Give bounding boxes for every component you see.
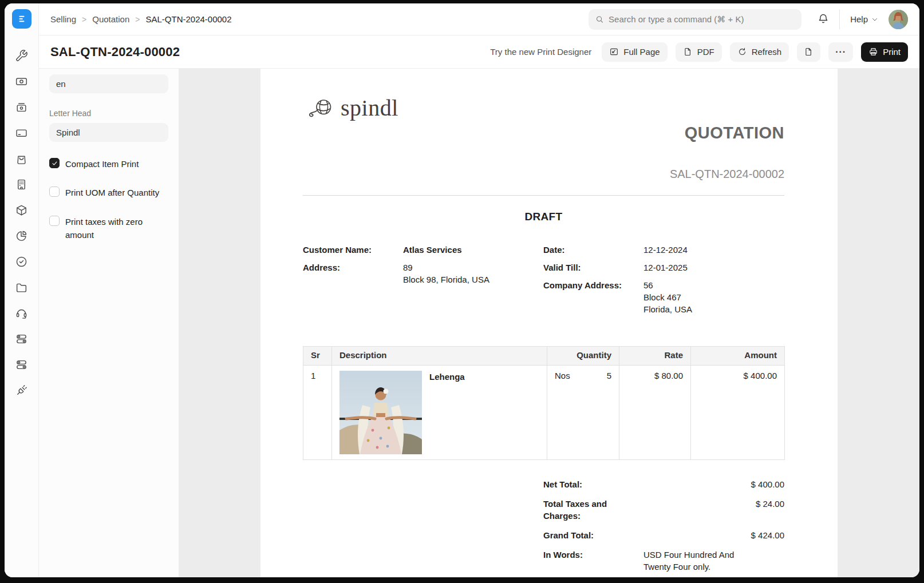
toggles-alt-icon — [15, 358, 28, 374]
help-label: Help — [850, 14, 868, 24]
notifications-button[interactable] — [818, 13, 830, 26]
toggles-icon — [15, 332, 28, 348]
net-total-label: Net Total: — [543, 478, 643, 490]
sidebar-item-selling[interactable] — [14, 152, 29, 167]
folder-icon — [15, 281, 28, 296]
checkbox-compact-item-print[interactable]: Compact Item Print — [49, 157, 168, 170]
navbar: Selling > Quotation > SAL-QTN-2024-00002… — [39, 3, 919, 35]
sidebar-item-quality[interactable] — [14, 255, 29, 270]
yarn-ball-icon — [303, 96, 336, 121]
breadcrumb-selling[interactable]: Selling — [50, 14, 76, 24]
icon-rail — [5, 3, 39, 577]
pdf-button[interactable]: PDF — [676, 42, 722, 62]
unchecked-checkbox-icon — [49, 187, 60, 197]
sidebar-item-integrations[interactable] — [14, 384, 29, 399]
header-amount: Amount — [691, 347, 785, 366]
valid-till-label: Valid Till: — [543, 261, 643, 273]
in-words-value: USD Four Hundred And Twenty Four only. — [643, 549, 750, 573]
sidebar-item-build[interactable] — [14, 49, 29, 64]
help-menu[interactable]: Help — [850, 14, 878, 24]
print-settings-panel: Letter Head Compact Item Print Print UOM… — [39, 69, 179, 577]
cell-amount: $ 400.00 — [691, 366, 785, 460]
letterhead-divider — [303, 195, 784, 196]
checkbox-print-uom-after-quantity[interactable]: Print UOM after Quantity — [49, 186, 168, 199]
letterhead-input[interactable] — [49, 123, 168, 142]
letterhead-label: Letter Head — [49, 109, 168, 118]
sidebar-item-support[interactable] — [14, 307, 29, 322]
full-page-icon — [609, 47, 619, 57]
taxes-value: $ 24.00 — [643, 498, 784, 522]
sidebar-item-projects[interactable] — [14, 281, 29, 296]
ellipsis-icon: ··· — [835, 47, 846, 57]
header-sr: Sr — [303, 347, 332, 366]
pie-chart-icon — [15, 229, 28, 245]
language-input[interactable] — [49, 74, 168, 93]
document-toolbar: SAL-QTN-2024-00002 Try the new Print Des… — [39, 35, 919, 69]
tools-icon — [15, 49, 28, 65]
refresh-button[interactable]: Refresh — [730, 42, 789, 62]
plug-icon — [15, 384, 28, 399]
chevron-down-icon — [871, 16, 878, 23]
sidebar-item-buying[interactable] — [14, 101, 29, 116]
try-print-designer-link[interactable]: Try the new Print Designer — [490, 47, 591, 57]
address-label: Address: — [303, 261, 403, 285]
customer-name-value: Atlas Services — [403, 244, 543, 256]
breadcrumb-quotation[interactable]: Quotation — [92, 14, 129, 24]
pdf-file-icon — [683, 47, 693, 57]
sidebar-item-settings[interactable] — [14, 332, 29, 347]
header-rate: Rate — [619, 347, 691, 366]
totals-section: Net Total: $ 400.00 Total Taxes and Char… — [543, 478, 784, 573]
sidebar-item-company[interactable] — [14, 178, 29, 193]
print-page: spindl QUOTATION SAL-QTN-2024-00002 DRAF… — [260, 69, 838, 577]
checkbox-label: Print UOM after Quantity — [65, 186, 159, 199]
header-description: Description — [332, 347, 547, 366]
shopping-bag-icon — [15, 152, 28, 168]
item-name: Lehenga — [429, 371, 465, 454]
file-icon — [804, 47, 814, 57]
breadcrumb: Selling > Quotation > SAL-QTN-2024-00002 — [50, 14, 232, 24]
in-words-label: In Words: — [543, 549, 643, 573]
sidebar-item-users[interactable] — [14, 358, 29, 373]
pdf-label: PDF — [697, 47, 714, 57]
sidebar-item-accounting[interactable] — [14, 126, 29, 141]
headset-icon — [15, 307, 28, 322]
bell-icon — [818, 13, 829, 25]
user-avatar[interactable] — [889, 10, 908, 29]
sidebar-item-payments[interactable] — [14, 75, 29, 90]
unchecked-checkbox-icon — [49, 216, 60, 226]
full-page-button[interactable]: Full Page — [602, 42, 667, 62]
item-image — [339, 371, 422, 454]
breadcrumb-current[interactable]: SAL-QTN-2024-00002 — [145, 14, 231, 24]
print-button[interactable]: Print — [861, 42, 908, 62]
checkbox-label: Print taxes with zero amount — [65, 215, 168, 242]
checked-checkbox-icon — [49, 158, 60, 168]
checkbox-print-taxes-zero-amount[interactable]: Print taxes with zero amount — [49, 215, 168, 242]
customer-name-label: Customer Name: — [303, 244, 403, 256]
item-qty: 5 — [607, 371, 611, 380]
doc-number: SAL-QTN-2024-00002 — [303, 168, 784, 181]
search-input[interactable] — [609, 14, 795, 24]
refresh-icon — [737, 47, 747, 57]
building-icon — [15, 178, 28, 193]
erpnext-logo[interactable] — [12, 9, 31, 29]
status-label: DRAFT — [303, 211, 784, 223]
more-actions-button[interactable]: ··· — [828, 42, 853, 62]
package-icon — [15, 204, 28, 219]
item-uom: Nos — [555, 371, 570, 380]
cell-rate: $ 80.00 — [619, 366, 691, 460]
date-value: 12-12-2024 — [643, 244, 784, 256]
navbar-divider — [839, 10, 840, 29]
search-bar[interactable] — [589, 9, 801, 30]
view-document-button[interactable] — [797, 42, 820, 62]
letterhead: spindl — [303, 94, 784, 121]
app-window: Selling > Quotation > SAL-QTN-2024-00002… — [5, 3, 919, 577]
sidebar-item-stock[interactable] — [14, 204, 29, 219]
print-preview-area: spindl QUOTATION SAL-QTN-2024-00002 DRAF… — [179, 69, 919, 577]
doc-type-heading: QUOTATION — [303, 124, 784, 142]
sidebar-item-analytics[interactable] — [14, 229, 29, 244]
toolbox-icon — [15, 101, 28, 116]
grand-total-value: $ 424.00 — [643, 529, 784, 541]
money-icon — [15, 75, 28, 90]
document-details: Customer Name: Atlas Services Address: 8… — [303, 244, 784, 321]
erpnext-e-icon — [16, 13, 27, 25]
